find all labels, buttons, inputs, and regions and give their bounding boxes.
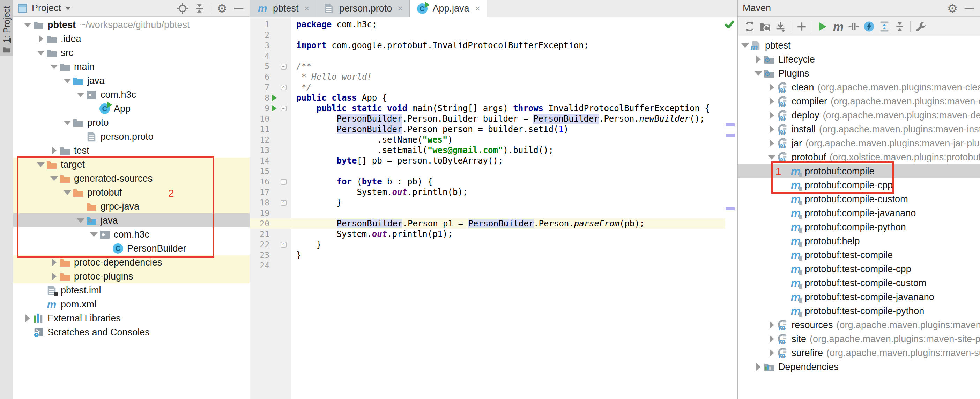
maven-settings-icon[interactable] [913, 19, 929, 34]
code-line-21[interactable]: 21 System.out.println(p1); [250, 229, 725, 239]
code-line-11[interactable]: 11 PersonBuilder.Person person = builder… [250, 124, 725, 134]
maven-item-protobuf-compile-custom[interactable]: mprotobuf:compile-custom [738, 192, 980, 206]
fold-marker-icon[interactable]: − [279, 64, 288, 70]
chevron-down-icon[interactable] [741, 43, 750, 48]
gutter-line-1[interactable]: 1 [250, 19, 292, 30]
maven-item-protobuf-test-compile-python[interactable]: mprotobuf:test-compile-python [738, 304, 980, 318]
execute-goal-icon[interactable]: m [830, 19, 846, 34]
code-line-12[interactable]: 12 .setName("wes") [250, 134, 725, 145]
chevron-down-icon[interactable] [754, 71, 763, 76]
chevron-down-icon[interactable] [49, 176, 59, 181]
chevron-down-icon[interactable] [65, 6, 71, 10]
project-item-protoc-plugins[interactable]: protoc-plugins [13, 270, 250, 283]
chevron-down-icon[interactable] [76, 93, 85, 97]
gutter-line-6[interactable]: 6 [250, 72, 292, 82]
maven-item-compiler[interactable]: mcompiler(org.apache.maven.plugins:maven… [738, 94, 980, 108]
project-item-pom-xml[interactable]: mpom.xml [13, 297, 250, 311]
maven-item-jar[interactable]: mjar(org.apache.maven.plugins:maven-jar-… [738, 136, 980, 150]
project-item-scratches-and-consoles[interactable]: Scratches and Consoles [13, 325, 250, 339]
maven-item-protobuf-compile[interactable]: mprotobuf:compile [738, 164, 980, 178]
chevron-down-icon[interactable] [49, 65, 59, 69]
chevron-down-icon[interactable] [63, 121, 72, 125]
chevron-down-icon[interactable] [23, 23, 32, 27]
gutter-line-10[interactable]: 10 [250, 113, 292, 124]
chevron-down-icon[interactable] [63, 78, 72, 83]
maven-item-resources[interactable]: mresources(org.apache.maven.plugins:mave… [738, 318, 980, 332]
code-line-13[interactable]: 13 .setEmail("wes@gmail.com").build(); [250, 145, 725, 155]
editor-tab-person-proto[interactable]: person.proto× [316, 0, 410, 17]
project-item-personbuilder[interactable]: CPersonBuilder [13, 241, 250, 255]
code-line-20[interactable]: 20 PersonBuilder.Person p1 = PersonBuild… [250, 219, 725, 229]
chevron-down-icon[interactable] [767, 155, 776, 160]
chevron-down-icon[interactable] [63, 190, 72, 195]
scrollbar-highlight-mark[interactable] [725, 123, 735, 126]
fold-marker-icon[interactable]: ^ [279, 85, 288, 91]
maven-item-protobuf-help[interactable]: mprotobuf:help [738, 234, 980, 248]
editor-tab-pbtest[interactable]: mpbtest× [250, 0, 316, 17]
gutter-line-18[interactable]: 18^ [250, 197, 292, 208]
chevron-right-icon[interactable] [767, 112, 776, 119]
add-maven-project-icon[interactable] [794, 19, 809, 34]
chevron-right-icon[interactable] [767, 83, 776, 91]
gutter-line-2[interactable]: 2 [250, 30, 292, 40]
reimport-icon[interactable] [742, 19, 757, 34]
maven-item-install[interactable]: minstall(org.apache.maven.plugins:maven-… [738, 122, 980, 136]
project-item-generated-sources[interactable]: generated-sources [13, 172, 250, 185]
project-item-proto[interactable]: proto [13, 116, 250, 129]
chevron-down-icon[interactable] [36, 51, 45, 55]
maven-item-dependencies[interactable]: Dependencies [738, 360, 980, 374]
project-item-main[interactable]: main [13, 60, 250, 74]
gutter-line-24[interactable]: 24 [250, 260, 292, 271]
maven-item-site[interactable]: msite(org.apache.maven.plugins:maven-sit… [738, 332, 980, 346]
skip-tests-icon[interactable] [846, 19, 861, 34]
chevron-right-icon[interactable] [49, 273, 59, 280]
gutter-line-17[interactable]: 17 [250, 187, 292, 197]
collapse-all-icon[interactable] [892, 19, 907, 34]
project-item-com-h3c[interactable]: com.h3c [13, 88, 250, 102]
fold-marker-icon[interactable]: ^ [279, 242, 288, 248]
project-item-person-proto[interactable]: person.proto [13, 129, 250, 144]
project-panel-title[interactable]: Project [32, 3, 61, 14]
gutter-line-21[interactable]: 21 [250, 229, 292, 239]
chevron-right-icon[interactable] [767, 139, 776, 147]
project-item-com-h3c[interactable]: com.h3c [13, 227, 250, 241]
code-line-24[interactable]: 24 [250, 260, 725, 271]
maven-item-protobuf-test-compile[interactable]: mprotobuf:test-compile [738, 248, 980, 262]
gear-icon[interactable]: ⚙ [216, 2, 228, 14]
project-item-pbtest-iml[interactable]: pbtest.iml [13, 283, 250, 297]
maven-item-protobuf-test-compile-cpp[interactable]: mprotobuf:test-compile-cpp [738, 262, 980, 276]
gutter-line-22[interactable]: 22^ [250, 239, 292, 250]
project-item-pbtest[interactable]: pbtest~/workspace/github/pbtest [13, 18, 250, 32]
gutter-line-4[interactable]: 4 [250, 51, 292, 61]
maven-item-protobuf-compile-python[interactable]: mprotobuf:compile-python [738, 220, 980, 234]
project-stripe-tab[interactable]: 1: Project [0, 0, 13, 56]
code-line-19[interactable]: 19 [250, 208, 725, 219]
chevron-right-icon[interactable] [23, 314, 32, 322]
chevron-right-icon[interactable] [767, 125, 776, 133]
editor-body[interactable]: 1package com.h3c;23import com.google.pro… [250, 17, 737, 399]
code-line-23[interactable]: 23} [250, 250, 725, 260]
project-item-test[interactable]: test [13, 144, 250, 158]
editor-tab-app-java[interactable]: CApp.java× [410, 0, 487, 17]
gutter-line-20[interactable]: 20 [250, 219, 292, 229]
inspections-ok-check-icon[interactable] [724, 20, 735, 29]
locate-icon[interactable] [177, 2, 188, 14]
code-line-22[interactable]: 22^ } [250, 239, 725, 250]
fold-marker-icon[interactable]: − [279, 179, 288, 185]
fold-marker-icon[interactable]: ^ [279, 200, 288, 206]
gutter-line-9[interactable]: 9− [250, 103, 292, 113]
code-line-3[interactable]: 3import com.google.protobuf.InvalidProto… [250, 40, 725, 51]
gutter-line-7[interactable]: 7^ [250, 82, 292, 93]
gutter-line-12[interactable]: 12 [250, 134, 292, 145]
maven-item-protobuf-test-compile-custom[interactable]: mprotobuf:test-compile-custom [738, 276, 980, 290]
maven-item-protobuf[interactable]: mprotobuf(org.xolstice.maven.plugins:pro… [738, 150, 980, 164]
project-item-java[interactable]: ✱java [13, 214, 250, 227]
code-line-7[interactable]: 7^ */ [250, 82, 725, 93]
project-item-java[interactable]: java [13, 74, 250, 88]
download-sources-icon[interactable] [773, 19, 788, 34]
chevron-right-icon[interactable] [767, 97, 776, 105]
gutter-line-15[interactable]: 15 [250, 166, 292, 176]
gutter-line-8[interactable]: 8 [250, 93, 292, 103]
project-item-protoc-dependencies[interactable]: protoc-dependencies [13, 255, 250, 270]
scrollbar-highlight-mark[interactable] [725, 134, 735, 137]
